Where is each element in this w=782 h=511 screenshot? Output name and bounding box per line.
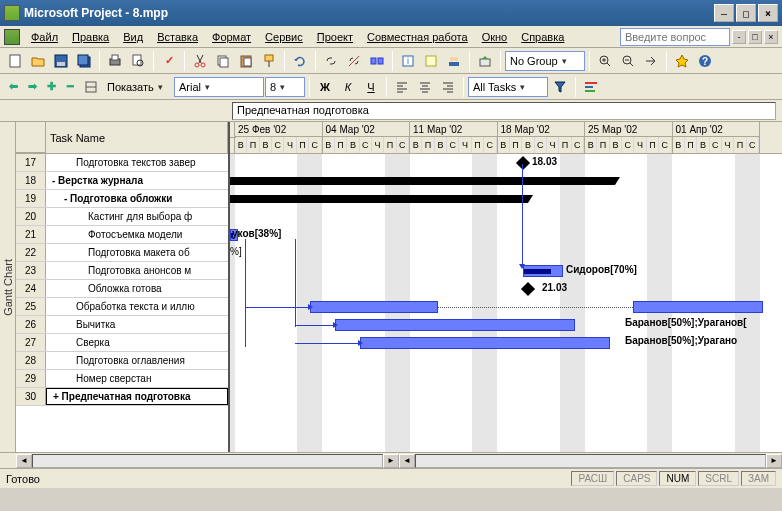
group-combo[interactable]: No Group xyxy=(505,51,585,71)
mdi-minimize-button[interactable]: - xyxy=(732,30,746,44)
milestone[interactable] xyxy=(516,156,530,170)
table-row[interactable]: 19- Подготовка обложки xyxy=(16,190,228,208)
mdi-restore-button[interactable]: □ xyxy=(748,30,762,44)
saveall-button[interactable] xyxy=(73,50,95,72)
zoomout-button[interactable] xyxy=(617,50,639,72)
table-row[interactable]: 28Подготовка оглавления xyxy=(16,352,228,370)
scroll-right-button[interactable]: ► xyxy=(766,454,782,468)
align-left-button[interactable] xyxy=(391,76,413,98)
row-number[interactable]: 30 xyxy=(16,388,46,405)
wizard-button[interactable] xyxy=(671,50,693,72)
view-bar[interactable]: Gantt Chart xyxy=(0,122,16,452)
info-button[interactable]: i xyxy=(397,50,419,72)
gantt-chart[interactable]: 25 Фев '02ВПВСЧПС04 Мар '02ВПВСЧПС11 Мар… xyxy=(230,122,782,452)
minimize-button[interactable]: — xyxy=(714,4,734,22)
help-button[interactable]: ? xyxy=(694,50,716,72)
menu-project[interactable]: Проект xyxy=(310,29,360,45)
goto-button[interactable] xyxy=(640,50,662,72)
task-name-cell[interactable]: Обработка текста и иллю xyxy=(46,298,228,315)
size-combo[interactable]: 8 xyxy=(265,77,305,97)
assign-button[interactable] xyxy=(443,50,465,72)
outdent-button[interactable]: ⬅ xyxy=(4,78,22,96)
task-name-cell[interactable]: Подготовка макета об xyxy=(46,244,228,261)
table-row[interactable]: 29Номер сверстан xyxy=(16,370,228,388)
paste-button[interactable] xyxy=(235,50,257,72)
task-name-cell[interactable]: Номер сверстан xyxy=(46,370,228,387)
task-bar[interactable] xyxy=(633,301,763,313)
autofilter-button[interactable] xyxy=(549,76,571,98)
table-row[interactable]: 26Вычитка xyxy=(16,316,228,334)
row-number[interactable]: 28 xyxy=(16,352,46,369)
task-name-cell[interactable]: - Верстка журнала xyxy=(46,172,228,189)
menu-collab[interactable]: Совместная работа xyxy=(360,29,475,45)
menu-format[interactable]: Формат xyxy=(205,29,258,45)
unlink-button[interactable] xyxy=(343,50,365,72)
task-name-cell[interactable]: - Подготовка обложки xyxy=(46,190,228,207)
task-name-cell[interactable]: + Предпечатная подготовка xyxy=(46,388,228,405)
gantt-body[interactable]: 18.03 уков[38%] %] Сидоров[70%] 21.03 Ба… xyxy=(230,154,782,452)
task-bar[interactable] xyxy=(310,301,438,313)
row-number[interactable]: 21 xyxy=(16,226,46,243)
mdi-close-button[interactable]: × xyxy=(764,30,778,44)
row-number[interactable]: 18 xyxy=(16,172,46,189)
milestone[interactable] xyxy=(521,282,535,296)
zoomin-button[interactable] xyxy=(594,50,616,72)
row-number[interactable]: 22 xyxy=(16,244,46,261)
menu-file[interactable]: Файл xyxy=(24,29,65,45)
copy-button[interactable] xyxy=(212,50,234,72)
row-number[interactable]: 23 xyxy=(16,262,46,279)
indent-button[interactable]: ➡ xyxy=(23,78,41,96)
row-number[interactable]: 20 xyxy=(16,208,46,225)
publish-button[interactable] xyxy=(474,50,496,72)
nav-minus-button[interactable]: ━ xyxy=(61,78,79,96)
row-number[interactable]: 26 xyxy=(16,316,46,333)
format-painter-button[interactable] xyxy=(258,50,280,72)
horizontal-scrollbar[interactable]: ◄ ► ◄ ► xyxy=(0,452,782,468)
task-name-cell[interactable]: Обложка готова xyxy=(46,280,228,297)
table-row[interactable]: 25Обработка текста и иллю xyxy=(16,298,228,316)
split-button[interactable] xyxy=(366,50,388,72)
show-button[interactable]: Показать xyxy=(103,77,173,97)
preview-button[interactable] xyxy=(127,50,149,72)
table-row[interactable]: 18- Верстка журнала xyxy=(16,172,228,190)
table-row[interactable]: 27Сверка xyxy=(16,334,228,352)
save-button[interactable] xyxy=(50,50,72,72)
align-right-button[interactable] xyxy=(437,76,459,98)
task-name-cell[interactable]: Подготовка анонсов м xyxy=(46,262,228,279)
cut-button[interactable] xyxy=(189,50,211,72)
help-search-input[interactable] xyxy=(620,28,730,46)
row-number[interactable]: 29 xyxy=(16,370,46,387)
entry-value[interactable]: Предпечатная подготовка xyxy=(232,102,776,120)
summary-bar[interactable] xyxy=(230,195,528,203)
table-row[interactable]: 23Подготовка анонсов м xyxy=(16,262,228,280)
task-bar[interactable] xyxy=(335,319,575,331)
menu-help[interactable]: Справка xyxy=(514,29,571,45)
menu-insert[interactable]: Вставка xyxy=(150,29,205,45)
menu-window[interactable]: Окно xyxy=(475,29,515,45)
task-name-cell[interactable]: Вычитка xyxy=(46,316,228,333)
print-button[interactable] xyxy=(104,50,126,72)
table-row[interactable]: 30+ Предпечатная подготовка xyxy=(16,388,228,406)
task-bar[interactable] xyxy=(360,337,610,349)
undo-button[interactable] xyxy=(289,50,311,72)
row-number[interactable]: 27 xyxy=(16,334,46,351)
bold-button[interactable]: Ж xyxy=(314,76,336,98)
filter-combo[interactable]: All Tasks xyxy=(468,77,548,97)
menu-edit[interactable]: Правка xyxy=(65,29,116,45)
table-row[interactable]: 20Кастинг для выбора ф xyxy=(16,208,228,226)
scroll-right-button[interactable]: ► xyxy=(383,454,399,468)
gantt-wizard-button[interactable] xyxy=(580,76,602,98)
new-button[interactable] xyxy=(4,50,26,72)
row-number[interactable]: 24 xyxy=(16,280,46,297)
task-name-header[interactable]: Task Name xyxy=(46,122,228,153)
task-name-cell[interactable]: Подготовка оглавления xyxy=(46,352,228,369)
close-button[interactable]: × xyxy=(758,4,778,22)
underline-button[interactable]: Ч xyxy=(360,76,382,98)
spelling-button[interactable]: ✓ xyxy=(158,50,180,72)
task-name-cell[interactable]: Сверка xyxy=(46,334,228,351)
table-row[interactable]: 21Фотосъемка модели xyxy=(16,226,228,244)
row-number[interactable]: 25 xyxy=(16,298,46,315)
scroll-left-button[interactable]: ◄ xyxy=(399,454,415,468)
menu-view[interactable]: Вид xyxy=(116,29,150,45)
task-bar[interactable] xyxy=(523,265,563,277)
